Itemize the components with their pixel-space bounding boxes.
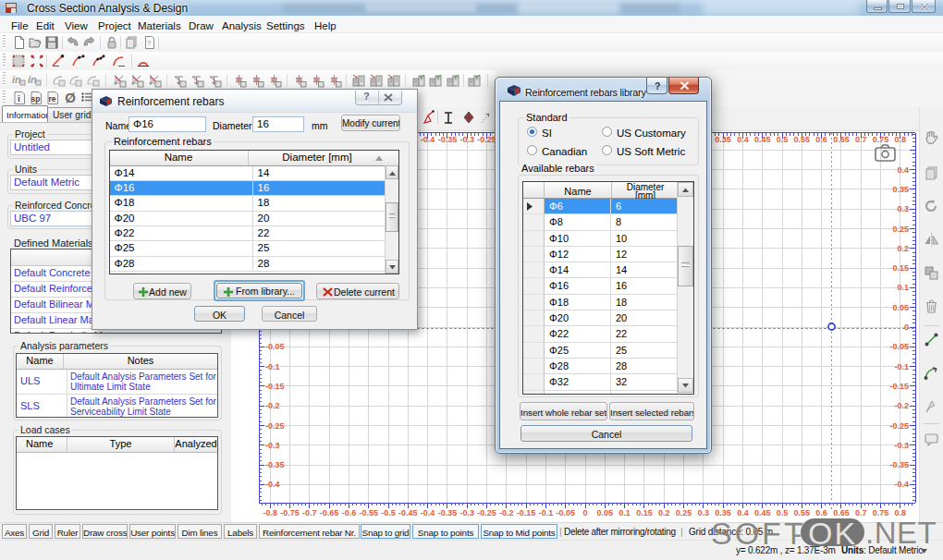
svg-text:-0.4: -0.4 [894, 480, 909, 489]
svg-text:-0.25: -0.25 [477, 135, 496, 144]
svg-text:-0.25: -0.25 [889, 421, 909, 431]
svg-text:re: re [48, 94, 55, 103]
svg-text:0.25: 0.25 [676, 508, 692, 517]
svg-text:0.8: 0.8 [895, 135, 907, 144]
svg-text:0.6: 0.6 [815, 135, 827, 144]
svg-text:0.1: 0.1 [618, 508, 631, 517]
svg-text:-0.05: -0.05 [556, 508, 575, 517]
svg-text:-0.15: -0.15 [265, 382, 285, 391]
svg-text:-0.6: -0.6 [342, 508, 357, 517]
svg-text:-0.35: -0.35 [438, 508, 458, 517]
svg-text:0.4: 0.4 [897, 165, 909, 175]
svg-text:-0.05: -0.05 [265, 342, 285, 351]
svg-text:-0.5: -0.5 [381, 508, 396, 517]
svg-text:-0.1: -0.1 [265, 362, 280, 371]
svg-text:i: i [18, 94, 19, 103]
svg-text:-0.35: -0.35 [889, 460, 909, 469]
svg-text:-0.4: -0.4 [421, 135, 435, 144]
svg-text:-0.25: -0.25 [265, 421, 285, 431]
svg-text:0.3: 0.3 [698, 508, 710, 517]
svg-text:-0.4: -0.4 [421, 508, 435, 517]
svg-text:-0.55: -0.55 [359, 508, 378, 517]
svg-text:0.05: 0.05 [892, 303, 909, 312]
svg-text:-0.3: -0.3 [894, 441, 909, 450]
svg-text:0: 0 [904, 323, 909, 332]
svg-text:0.7: 0.7 [855, 135, 867, 144]
svg-text:-0.15: -0.15 [889, 382, 909, 391]
svg-text:-0.2: -0.2 [499, 508, 514, 517]
svg-text:0.65: 0.65 [833, 135, 850, 144]
svg-text:-0.35: -0.35 [265, 460, 285, 469]
svg-text:-0.3: -0.3 [459, 508, 474, 517]
svg-text:0.25: 0.25 [892, 225, 909, 234]
svg-text:-0.3: -0.3 [459, 135, 474, 144]
svg-text:0.55: 0.55 [794, 135, 811, 144]
svg-text:0.05: 0.05 [597, 508, 614, 517]
svg-text:-0.1: -0.1 [539, 508, 554, 517]
svg-text:0.3: 0.3 [897, 204, 909, 213]
svg-text:-0.4: -0.4 [265, 480, 280, 489]
svg-text:Ø: Ø [65, 91, 76, 105]
svg-text:0.35: 0.35 [892, 185, 909, 194]
svg-text:-0.7: -0.7 [302, 508, 317, 517]
svg-text:-0.2: -0.2 [894, 401, 909, 410]
svg-text:?: ? [147, 39, 152, 47]
svg-text:-0.2: -0.2 [265, 401, 280, 410]
svg-text:0.15: 0.15 [892, 263, 909, 273]
svg-text:0.45: 0.45 [754, 135, 771, 144]
svg-text:-0.65: -0.65 [320, 508, 339, 517]
svg-text:0.2: 0.2 [897, 244, 909, 253]
svg-text:-0.05: -0.05 [889, 342, 909, 351]
svg-text:-0.1: -0.1 [894, 362, 909, 371]
svg-text:-0.75: -0.75 [280, 508, 300, 517]
svg-text:0.1: 0.1 [897, 283, 909, 292]
svg-text:-0.35: -0.35 [438, 135, 458, 144]
svg-text:0.75: 0.75 [873, 135, 889, 144]
svg-text:-0.8: -0.8 [263, 508, 277, 517]
svg-text:0: 0 [582, 508, 587, 517]
svg-text:0.2: 0.2 [658, 508, 670, 517]
svg-text:0.4: 0.4 [737, 135, 749, 144]
svg-text:-0.3: -0.3 [265, 441, 280, 450]
svg-text:sp: sp [31, 94, 41, 103]
svg-text:0.5: 0.5 [777, 135, 789, 144]
svg-text:0.15: 0.15 [636, 508, 653, 517]
svg-text:-0.15: -0.15 [517, 508, 536, 517]
svg-text:-0.45: -0.45 [398, 508, 418, 517]
svg-text:0.35: 0.35 [715, 135, 731, 144]
svg-text:-0.25: -0.25 [477, 508, 496, 517]
